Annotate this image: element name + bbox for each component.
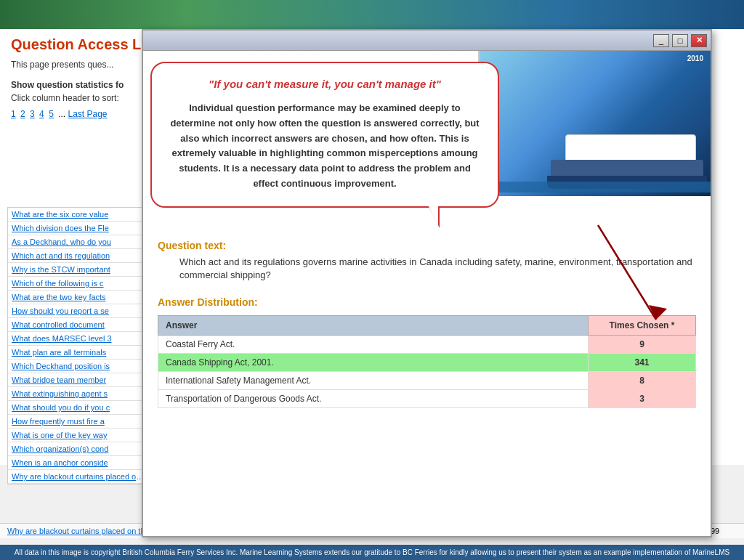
answer-column-header: Answer (158, 316, 589, 336)
page-1-link[interactable]: 1 (11, 109, 16, 119)
popup-window: _ □ ✕ 2010 "If you can't measure it, you… (142, 29, 712, 537)
times-chosen-cell: 341 (589, 354, 696, 372)
table-row: International Safety Management Act.8 (158, 372, 696, 390)
water (478, 182, 711, 192)
table-row: Coastal Ferry Act.9 (158, 336, 696, 354)
question-list-item[interactable]: Which division does the Fle (8, 222, 152, 235)
question-list-item[interactable]: What bridge team member (8, 373, 152, 387)
ferry-image: 2010 (478, 51, 711, 196)
question-list-item[interactable]: Which organization(s) cond (8, 442, 152, 456)
year-label: 2010 (687, 54, 703, 62)
question-list-item[interactable]: Which Deckhand position is (8, 360, 152, 373)
maximize-button[interactable]: □ (672, 34, 688, 47)
page-4-link[interactable]: 4 (39, 109, 44, 119)
question-list-item[interactable]: When is an anchor conside (8, 456, 152, 470)
times-chosen-cell: 3 (589, 390, 696, 408)
question-list-item[interactable]: What are the two key facts (8, 291, 152, 304)
answer-cell: Coastal Ferry Act. (158, 336, 589, 354)
question-list-item[interactable]: Why is the STCW important (8, 263, 152, 277)
question-list-item[interactable]: How frequently must fire a (8, 415, 152, 429)
question-list-item[interactable]: What are the six core value (8, 208, 152, 222)
question-list-item[interactable]: What plan are all terminals (8, 346, 152, 360)
minimize-button[interactable]: _ (653, 34, 669, 47)
page-2-link[interactable]: 2 (20, 109, 25, 119)
question-list-item[interactable]: What should you do if you c (8, 401, 152, 415)
tooltip-body: Individual question performance may be e… (170, 101, 480, 192)
question-list-item[interactable]: What does MARSEC level 3 (8, 332, 152, 346)
question-list-item[interactable]: Which act and its regulation (8, 249, 152, 263)
question-list-item[interactable]: Which of the following is c (8, 277, 152, 291)
arrow-indicator (576, 218, 678, 334)
popup-titlebar: _ □ ✕ (143, 31, 711, 51)
svg-line-0 (598, 225, 656, 320)
answer-cell: International Safety Management Act. (158, 372, 589, 390)
page-5-link[interactable]: 5 (49, 109, 54, 119)
question-list-item[interactable]: What is one of the key way (8, 429, 152, 442)
popup-body: 2010 "If you can't measure it, you can't… (143, 51, 711, 536)
close-button[interactable]: ✕ (691, 34, 707, 47)
answer-cell: Transportation of Dangerous Goods Act. (158, 390, 589, 408)
times-chosen-cell: 9 (589, 336, 696, 354)
tooltip-bubble: "If you can't measure it, you can't mana… (150, 62, 499, 208)
table-row: Canada Shipping Act, 2001.341 (158, 354, 696, 372)
footer: All data in this image is copyright Brit… (0, 545, 744, 560)
tooltip-quote: "If you can't measure it, you can't mana… (170, 78, 480, 90)
question-list: What are the six core valueWhich divisio… (7, 207, 149, 484)
footer-text: All data in this image is copyright Brit… (15, 548, 729, 556)
window-controls: _ □ ✕ (653, 34, 707, 47)
page-3-link[interactable]: 3 (30, 109, 35, 119)
question-list-item[interactable]: What controlled document (8, 318, 152, 332)
question-list-item[interactable]: What extinguishing agent s (8, 387, 152, 401)
last-page-link[interactable]: Last Page (68, 109, 108, 119)
question-list-item[interactable]: How should you report a se (8, 304, 152, 318)
answer-cell: Canada Shipping Act, 2001. (158, 354, 589, 372)
question-list-container: What are the six core valueWhich divisio… (7, 207, 153, 484)
times-chosen-cell: 8 (589, 372, 696, 390)
question-list-item[interactable]: As a Deckhand, who do you (8, 235, 152, 249)
top-image-banner (0, 0, 744, 29)
question-list-item[interactable]: Why are blackout curtains placed on the … (8, 470, 152, 484)
table-row: Transportation of Dangerous Goods Act.3 (158, 390, 696, 408)
